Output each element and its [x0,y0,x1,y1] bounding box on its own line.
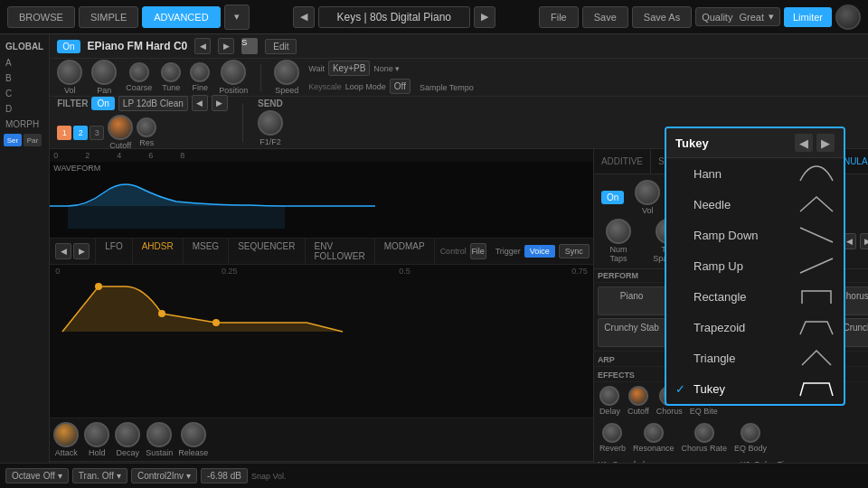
hold-knob[interactable] [84,422,109,447]
none-select[interactable]: None ▾ [373,64,400,73]
sustain-knob[interactable] [146,422,172,447]
mode-dropdown-button[interactable]: ▾ [224,5,250,30]
control-label: Control [440,247,467,256]
edit-button[interactable]: Edit [265,39,297,54]
limiter-button[interactable]: Limiter [784,7,832,27]
advanced-button[interactable]: ADVANCED [142,6,220,28]
volume-knob[interactable] [835,5,861,30]
grain-tukey[interactable]: ✓ Tukey [666,373,844,404]
position-knob[interactable] [221,60,246,85]
sync-button[interactable]: Sync [559,244,590,258]
ahdsr-tab[interactable]: AHDSR [133,239,184,264]
filter-tab-1[interactable]: 1 [57,126,71,140]
perform-cell-crunchy-stab[interactable]: Crunchy Stab [598,318,666,347]
grain-ramp-up[interactable]: Ramp Up [666,250,844,281]
file-button[interactable]: File [539,6,579,28]
num-taps-knob[interactable] [606,219,631,244]
filter-next-button[interactable]: ▶ [212,95,228,111]
eq-body-knob[interactable] [741,423,760,443]
decay-label: Decay [116,448,139,457]
keyscale-row: Keyscale Loop Mode Off [308,79,410,94]
release-knob[interactable] [181,422,206,447]
dropdown-prev-arrow[interactable]: ◀ [795,134,813,152]
res-knob[interactable] [137,117,156,137]
delay-knob[interactable] [599,386,619,406]
tune-knob[interactable] [161,62,181,82]
sidebar-item-morph[interactable]: MORPH [0,117,49,132]
grain-needle[interactable]: Needle [666,189,844,220]
sidebar-item-d[interactable]: D [0,101,49,117]
file-button-small[interactable]: File [470,243,486,259]
quality-selector[interactable]: Quality Great ▾ [695,7,780,26]
off-select[interactable]: Off [390,79,410,94]
send-knob[interactable] [258,110,283,136]
granular-on-button[interactable]: On [601,191,624,204]
tab-additive[interactable]: ADDITIVE [594,149,651,174]
filter-tab-3[interactable]: 3 [90,126,104,140]
browse-button[interactable]: BROWSE [7,6,75,28]
reverb-knob[interactable] [602,423,622,443]
filter-tab-2[interactable]: 2 [73,126,88,140]
hold-group: Hold [84,422,109,457]
snap-vol-control[interactable]: -6.98 dB [201,468,248,483]
speed-label: Speed [275,86,298,95]
grain-hann[interactable]: Hann [666,158,844,189]
coarse-knob[interactable] [129,62,149,82]
speed-knob[interactable] [274,60,299,85]
transpose-control[interactable]: Tran. Off ▾ [72,468,127,483]
lfo-tab[interactable]: LFO [96,239,132,264]
voice-select[interactable]: Voice [524,245,555,258]
preset-prev-button[interactable]: ◀ [293,6,315,28]
octave-control[interactable]: Octave Off ▾ [5,468,69,483]
instrument-on-button[interactable]: On [57,40,80,53]
sidebar-item-b[interactable]: B [0,70,49,86]
pan-knob[interactable] [91,60,117,85]
prev-inst-button[interactable]: ◀ [194,38,211,54]
dropdown-next-arrow[interactable]: ▶ [816,134,835,152]
save-button[interactable]: Save [582,6,628,28]
vol-knob[interactable] [57,60,82,85]
filter-on-button[interactable]: On [91,97,114,110]
save-as-button[interactable]: Save As [632,6,692,28]
transpose-label: Tran. [79,471,99,481]
ser-button[interactable]: Ser [4,134,22,146]
filter-prev-button[interactable]: ◀ [192,95,208,111]
modmap-tab[interactable]: MODMAP [375,239,435,264]
decay-knob[interactable] [115,422,140,447]
env-follower-tab[interactable]: ENV FOLLOWER [306,239,375,264]
par-button[interactable]: Par [24,134,42,146]
sidebar-item-a[interactable]: A [0,55,49,70]
perform-cell-piano[interactable]: Piano [598,286,666,315]
preset-next-button[interactable]: ▶ [474,6,495,28]
grain-ramp-down[interactable]: Ramp Down [666,220,844,250]
filter-type-select[interactable]: LP 12dB Clean [118,96,188,111]
sequencer-tab[interactable]: SEQUENCER [229,239,305,264]
gran-vol-knob[interactable] [635,180,660,205]
chorus-rate-knob[interactable] [694,423,714,443]
dropdown-arrows: ◀ ▶ [795,134,835,152]
eff-cutoff-knob[interactable] [628,386,648,406]
grain-shape-next[interactable]: ▶ [860,233,868,249]
sidebar-item-c[interactable]: C [0,86,49,101]
simple-button[interactable]: SIMPLE [79,6,138,28]
keypb-select[interactable]: Key+PB [328,61,370,76]
mseg-tab[interactable]: MSEG [184,239,229,264]
next-inst-button[interactable]: ▶ [218,38,234,54]
waveform-section: 0 2 4 6 8 WAVEFORM [50,149,593,239]
lfo-prev-button[interactable]: ◀ [55,243,71,259]
waveform-label-row: WAVEFORM [50,162,593,174]
s-button[interactable]: S [241,38,258,54]
multiplier-control[interactable]: Control2Inv ▾ [131,468,197,483]
position-label: Position [219,86,248,95]
cutoff-knob[interactable] [108,115,133,140]
resonance-knob[interactable] [644,423,664,443]
cutoff-group: Cutoff [108,115,133,150]
lfo-next-button[interactable]: ▶ [73,243,90,259]
fine-knob[interactable] [190,62,210,82]
attack-knob[interactable] [53,422,79,447]
coarse-group: Coarse [126,62,152,92]
grain-trapezoid[interactable]: Trapezoid [666,312,844,343]
grain-triangle[interactable]: Triangle [666,343,844,373]
eq-body-label: EQ Body [734,444,767,453]
grain-rectangle[interactable]: Rectangle [666,281,844,312]
